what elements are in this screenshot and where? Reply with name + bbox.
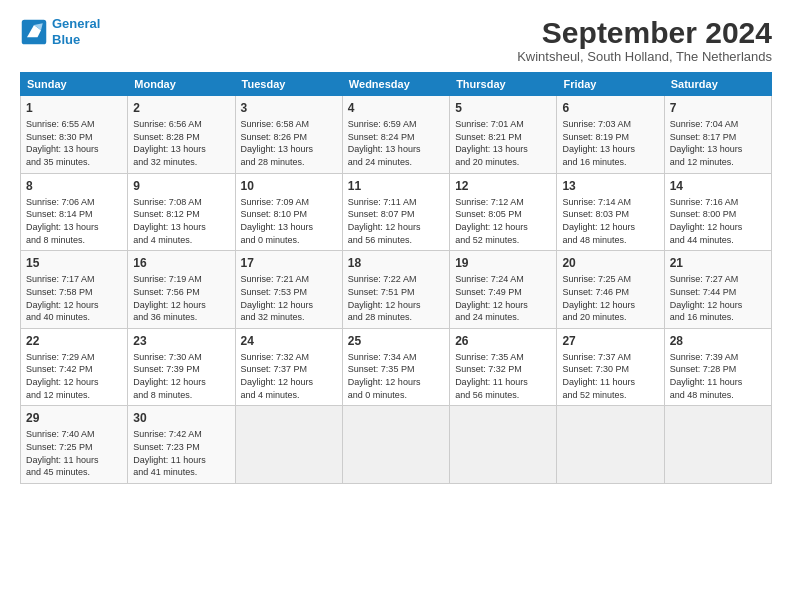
calendar-cell: 6Sunrise: 7:03 AM Sunset: 8:19 PM Daylig… <box>557 96 664 174</box>
calendar-cell: 24Sunrise: 7:32 AM Sunset: 7:37 PM Dayli… <box>235 328 342 406</box>
calendar-cell: 25Sunrise: 7:34 AM Sunset: 7:35 PM Dayli… <box>342 328 449 406</box>
calendar-week-row: 1Sunrise: 6:55 AM Sunset: 8:30 PM Daylig… <box>21 96 772 174</box>
day-info: Sunrise: 7:29 AM Sunset: 7:42 PM Dayligh… <box>26 351 122 401</box>
day-number: 22 <box>26 333 122 349</box>
day-number: 5 <box>455 100 551 116</box>
day-number: 3 <box>241 100 337 116</box>
weekday-header-friday: Friday <box>557 73 664 96</box>
day-info: Sunrise: 7:40 AM Sunset: 7:25 PM Dayligh… <box>26 428 122 478</box>
day-info: Sunrise: 7:21 AM Sunset: 7:53 PM Dayligh… <box>241 273 337 323</box>
day-info: Sunrise: 7:34 AM Sunset: 7:35 PM Dayligh… <box>348 351 444 401</box>
day-info: Sunrise: 7:42 AM Sunset: 7:23 PM Dayligh… <box>133 428 229 478</box>
day-number: 19 <box>455 255 551 271</box>
calendar-cell: 10Sunrise: 7:09 AM Sunset: 8:10 PM Dayli… <box>235 173 342 251</box>
day-number: 29 <box>26 410 122 426</box>
day-number: 25 <box>348 333 444 349</box>
calendar-cell: 5Sunrise: 7:01 AM Sunset: 8:21 PM Daylig… <box>450 96 557 174</box>
weekday-header-sunday: Sunday <box>21 73 128 96</box>
calendar-cell: 8Sunrise: 7:06 AM Sunset: 8:14 PM Daylig… <box>21 173 128 251</box>
day-info: Sunrise: 7:37 AM Sunset: 7:30 PM Dayligh… <box>562 351 658 401</box>
day-number: 27 <box>562 333 658 349</box>
day-info: Sunrise: 7:06 AM Sunset: 8:14 PM Dayligh… <box>26 196 122 246</box>
month-title: September 2024 <box>517 16 772 49</box>
day-info: Sunrise: 7:19 AM Sunset: 7:56 PM Dayligh… <box>133 273 229 323</box>
calendar-cell: 11Sunrise: 7:11 AM Sunset: 8:07 PM Dayli… <box>342 173 449 251</box>
day-number: 7 <box>670 100 766 116</box>
calendar-cell: 21Sunrise: 7:27 AM Sunset: 7:44 PM Dayli… <box>664 251 771 329</box>
day-number: 9 <box>133 178 229 194</box>
day-info: Sunrise: 7:04 AM Sunset: 8:17 PM Dayligh… <box>670 118 766 168</box>
calendar-cell: 17Sunrise: 7:21 AM Sunset: 7:53 PM Dayli… <box>235 251 342 329</box>
weekday-header-row: SundayMondayTuesdayWednesdayThursdayFrid… <box>21 73 772 96</box>
logo-icon <box>20 18 48 46</box>
logo-line2: Blue <box>52 32 80 47</box>
calendar-cell: 23Sunrise: 7:30 AM Sunset: 7:39 PM Dayli… <box>128 328 235 406</box>
day-info: Sunrise: 7:08 AM Sunset: 8:12 PM Dayligh… <box>133 196 229 246</box>
day-info: Sunrise: 7:14 AM Sunset: 8:03 PM Dayligh… <box>562 196 658 246</box>
calendar-cell <box>664 406 771 484</box>
day-number: 18 <box>348 255 444 271</box>
calendar-cell <box>557 406 664 484</box>
day-number: 23 <box>133 333 229 349</box>
day-info: Sunrise: 6:55 AM Sunset: 8:30 PM Dayligh… <box>26 118 122 168</box>
calendar-cell: 22Sunrise: 7:29 AM Sunset: 7:42 PM Dayli… <box>21 328 128 406</box>
day-number: 2 <box>133 100 229 116</box>
day-info: Sunrise: 7:24 AM Sunset: 7:49 PM Dayligh… <box>455 273 551 323</box>
day-number: 20 <box>562 255 658 271</box>
day-number: 24 <box>241 333 337 349</box>
day-info: Sunrise: 6:58 AM Sunset: 8:26 PM Dayligh… <box>241 118 337 168</box>
day-info: Sunrise: 7:01 AM Sunset: 8:21 PM Dayligh… <box>455 118 551 168</box>
day-info: Sunrise: 7:22 AM Sunset: 7:51 PM Dayligh… <box>348 273 444 323</box>
calendar-cell: 2Sunrise: 6:56 AM Sunset: 8:28 PM Daylig… <box>128 96 235 174</box>
day-number: 4 <box>348 100 444 116</box>
calendar-cell: 28Sunrise: 7:39 AM Sunset: 7:28 PM Dayli… <box>664 328 771 406</box>
day-info: Sunrise: 7:11 AM Sunset: 8:07 PM Dayligh… <box>348 196 444 246</box>
logo-line1: General <box>52 16 100 31</box>
calendar-cell: 20Sunrise: 7:25 AM Sunset: 7:46 PM Dayli… <box>557 251 664 329</box>
day-number: 21 <box>670 255 766 271</box>
calendar-cell: 4Sunrise: 6:59 AM Sunset: 8:24 PM Daylig… <box>342 96 449 174</box>
calendar-cell <box>342 406 449 484</box>
day-info: Sunrise: 7:03 AM Sunset: 8:19 PM Dayligh… <box>562 118 658 168</box>
header: General Blue September 2024 Kwintsheul, … <box>20 16 772 64</box>
day-info: Sunrise: 6:59 AM Sunset: 8:24 PM Dayligh… <box>348 118 444 168</box>
logo-text: General Blue <box>52 16 100 47</box>
day-number: 28 <box>670 333 766 349</box>
day-info: Sunrise: 7:35 AM Sunset: 7:32 PM Dayligh… <box>455 351 551 401</box>
calendar-week-row: 29Sunrise: 7:40 AM Sunset: 7:25 PM Dayli… <box>21 406 772 484</box>
calendar-cell: 15Sunrise: 7:17 AM Sunset: 7:58 PM Dayli… <box>21 251 128 329</box>
subtitle: Kwintsheul, South Holland, The Netherlan… <box>517 49 772 64</box>
calendar-cell: 7Sunrise: 7:04 AM Sunset: 8:17 PM Daylig… <box>664 96 771 174</box>
day-number: 13 <box>562 178 658 194</box>
page: General Blue September 2024 Kwintsheul, … <box>0 0 792 494</box>
weekday-header-saturday: Saturday <box>664 73 771 96</box>
calendar-cell: 1Sunrise: 6:55 AM Sunset: 8:30 PM Daylig… <box>21 96 128 174</box>
logo: General Blue <box>20 16 100 47</box>
calendar-week-row: 15Sunrise: 7:17 AM Sunset: 7:58 PM Dayli… <box>21 251 772 329</box>
calendar-table: SundayMondayTuesdayWednesdayThursdayFrid… <box>20 72 772 484</box>
calendar-cell: 30Sunrise: 7:42 AM Sunset: 7:23 PM Dayli… <box>128 406 235 484</box>
day-number: 11 <box>348 178 444 194</box>
calendar-cell: 9Sunrise: 7:08 AM Sunset: 8:12 PM Daylig… <box>128 173 235 251</box>
weekday-header-thursday: Thursday <box>450 73 557 96</box>
weekday-header-wednesday: Wednesday <box>342 73 449 96</box>
day-number: 16 <box>133 255 229 271</box>
weekday-header-monday: Monday <box>128 73 235 96</box>
calendar-cell: 19Sunrise: 7:24 AM Sunset: 7:49 PM Dayli… <box>450 251 557 329</box>
day-number: 12 <box>455 178 551 194</box>
calendar-cell: 12Sunrise: 7:12 AM Sunset: 8:05 PM Dayli… <box>450 173 557 251</box>
day-info: Sunrise: 7:09 AM Sunset: 8:10 PM Dayligh… <box>241 196 337 246</box>
day-info: Sunrise: 6:56 AM Sunset: 8:28 PM Dayligh… <box>133 118 229 168</box>
calendar-cell: 18Sunrise: 7:22 AM Sunset: 7:51 PM Dayli… <box>342 251 449 329</box>
day-number: 1 <box>26 100 122 116</box>
day-number: 15 <box>26 255 122 271</box>
day-info: Sunrise: 7:16 AM Sunset: 8:00 PM Dayligh… <box>670 196 766 246</box>
day-info: Sunrise: 7:12 AM Sunset: 8:05 PM Dayligh… <box>455 196 551 246</box>
calendar-cell: 27Sunrise: 7:37 AM Sunset: 7:30 PM Dayli… <box>557 328 664 406</box>
calendar-week-row: 22Sunrise: 7:29 AM Sunset: 7:42 PM Dayli… <box>21 328 772 406</box>
day-number: 26 <box>455 333 551 349</box>
day-info: Sunrise: 7:25 AM Sunset: 7:46 PM Dayligh… <box>562 273 658 323</box>
day-number: 6 <box>562 100 658 116</box>
weekday-header-tuesday: Tuesday <box>235 73 342 96</box>
day-info: Sunrise: 7:30 AM Sunset: 7:39 PM Dayligh… <box>133 351 229 401</box>
